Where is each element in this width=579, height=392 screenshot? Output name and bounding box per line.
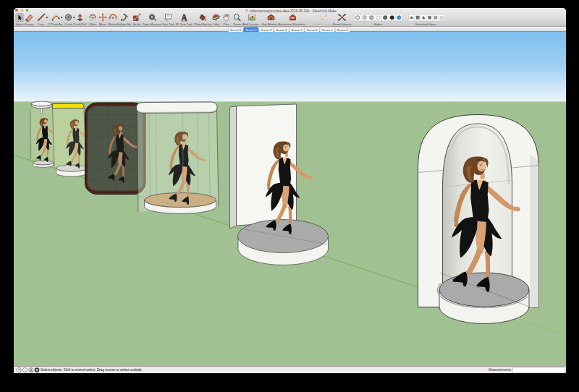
svg-text:2 Point Arc: 2 Point Arc bbox=[48, 22, 62, 26]
svg-text:Get Models...: Get Models... bbox=[261, 22, 279, 26]
svg-text:Follow Me: Follow Me bbox=[117, 22, 131, 26]
svg-text:Scene 8: Scene 8 bbox=[337, 27, 348, 31]
svg-text:Rotate: Rotate bbox=[108, 22, 117, 26]
svg-text:Scene 3: Scene 3 bbox=[261, 27, 272, 31]
svg-text:Send to LayOut: Send to LayOut bbox=[313, 22, 334, 26]
svg-text:Pan: Pan bbox=[223, 22, 229, 26]
svg-text:Scene 4: Scene 4 bbox=[276, 27, 287, 31]
svg-text:Scene 6: Scene 6 bbox=[306, 27, 318, 31]
svg-text:Orbit: Orbit bbox=[212, 22, 219, 26]
svg-text:Scene 5: Scene 5 bbox=[291, 27, 303, 31]
svg-text:Tape Measure: Tape Measure bbox=[143, 22, 162, 26]
svg-text:Zoom: Zoom bbox=[233, 22, 241, 26]
svg-text:Offset: Offset bbox=[88, 22, 97, 26]
svg-text:3D Text Tool: 3D Text Tool bbox=[175, 22, 192, 26]
svg-text:Eraser: Eraser bbox=[25, 22, 34, 26]
svg-text:Select objects. Shift to exten: Select objects. Shift to extend select. … bbox=[41, 368, 143, 372]
svg-text:Line: Line bbox=[38, 22, 45, 26]
svg-text:Standard Views: Standard Views bbox=[415, 22, 436, 26]
svg-text:Styles: Styles bbox=[373, 22, 382, 26]
svg-text:Scale: Scale bbox=[132, 22, 140, 26]
svg-text:Push/Pull: Push/Pull bbox=[73, 22, 86, 26]
svg-text:Move: Move bbox=[98, 22, 106, 26]
svg-text:Text Tool: Text Tool bbox=[162, 22, 174, 26]
svg-text:Scene 2: Scene 2 bbox=[245, 27, 257, 31]
svg-text:Scene 1: Scene 1 bbox=[230, 27, 242, 31]
svg-text:Paint Bucket: Paint Bucket bbox=[194, 22, 212, 26]
svg-text:Circle: Circle bbox=[64, 22, 72, 26]
svg-text:Extension Warehou...: Extension Warehou... bbox=[278, 22, 307, 26]
svg-text:Zoom Extents: Zoom Extents bbox=[332, 22, 351, 26]
svg-text:Measurements: Measurements bbox=[488, 368, 511, 372]
svg-text:Select: Select bbox=[15, 22, 24, 26]
svg-text:Add Locatio...: Add Locatio... bbox=[242, 22, 261, 26]
svg-text:Scene 7: Scene 7 bbox=[321, 27, 333, 31]
